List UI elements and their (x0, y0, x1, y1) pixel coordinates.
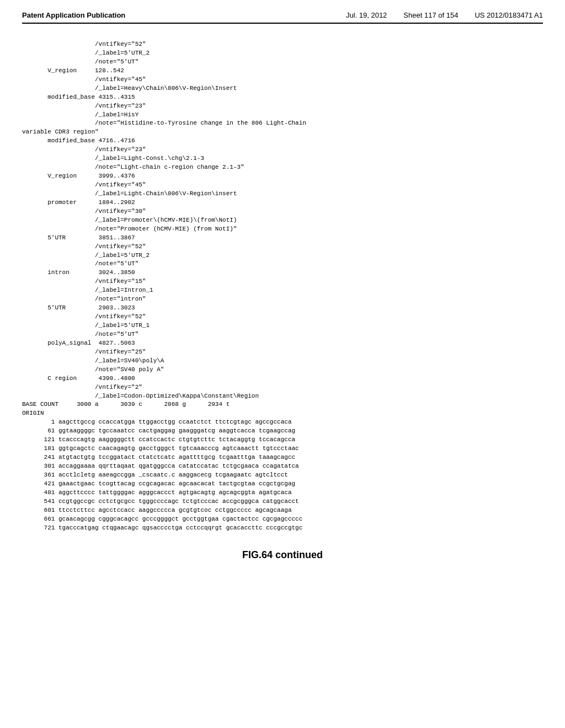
page-container: Patent Application Publication Jul. 19, … (0, 0, 565, 728)
publication-label: Patent Application Publication (22, 11, 125, 19)
patent-content: /vntifkey="52" /_label=5'UTR_2 /note="5'… (22, 40, 543, 533)
figure-title: FIG.64 continued (22, 549, 543, 561)
patent-number: US 2012/0183471 A1 (475, 11, 543, 19)
sheet-info: Sheet 117 of 154 (403, 11, 458, 19)
publication-date: Jul. 19, 2012 (346, 11, 387, 19)
header-info: Jul. 19, 2012 Sheet 117 of 154 US 2012/0… (346, 11, 543, 19)
page-header: Patent Application Publication Jul. 19, … (22, 11, 543, 24)
